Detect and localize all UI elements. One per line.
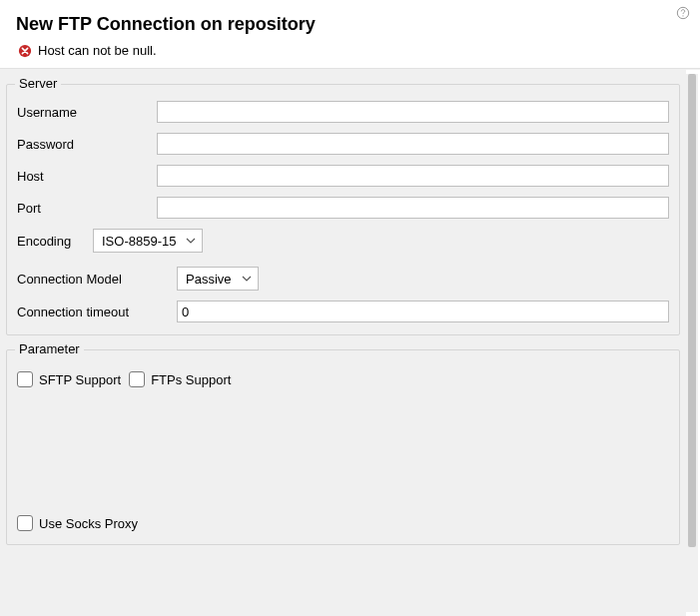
password-label: Password xyxy=(17,137,157,152)
chevron-down-icon xyxy=(242,274,252,284)
connection-model-label: Connection Model xyxy=(17,272,177,287)
encoding-combo[interactable]: ISO-8859-15 xyxy=(93,229,203,253)
server-group-legend: Server xyxy=(15,76,61,91)
row-host: Host xyxy=(17,165,669,187)
vertical-scrollbar[interactable] xyxy=(686,74,698,612)
scrollbar-thumb[interactable] xyxy=(688,74,696,547)
server-group: Server Username Password xyxy=(6,84,680,335)
help-icon[interactable] xyxy=(676,6,690,20)
dialog-error-row: Host can not be null. xyxy=(18,43,684,58)
dialog-header: New FTP Connection on repository Host ca… xyxy=(0,0,700,69)
ftps-support-label: FTPs Support xyxy=(151,372,231,387)
dialog-body: Server Username Password xyxy=(0,69,700,616)
port-label: Port xyxy=(17,201,157,216)
row-encoding: Encoding ISO-8859-15 xyxy=(17,229,669,253)
row-port: Port xyxy=(17,197,669,219)
form-area: Server Username Password xyxy=(0,70,686,616)
row-connection-timeout: Connection timeout xyxy=(17,301,669,322)
username-label: Username xyxy=(17,105,157,120)
dialog-title: New FTP Connection on repository xyxy=(16,14,684,35)
connection-timeout-field[interactable] xyxy=(177,301,669,322)
encoding-combo-value: ISO-8859-15 xyxy=(102,234,176,249)
checkbox-box xyxy=(17,371,33,387)
connection-timeout-label: Connection timeout xyxy=(17,305,177,319)
row-password: Password xyxy=(17,133,669,155)
parameter-group: Parameter SFTP Support FTPs Support xyxy=(6,349,680,545)
dialog-error-text: Host can not be null. xyxy=(38,43,157,58)
host-label: Host xyxy=(17,169,157,184)
checkbox-box xyxy=(17,515,33,531)
username-field[interactable] xyxy=(157,101,669,123)
parameter-group-legend: Parameter xyxy=(15,341,84,356)
connection-model-combo-value: Passive xyxy=(186,272,232,287)
dialog-root: New FTP Connection on repository Host ca… xyxy=(0,0,700,616)
checkbox-box xyxy=(129,371,145,387)
error-icon xyxy=(18,44,32,58)
sftp-support-label: SFTP Support xyxy=(39,372,121,387)
spacer xyxy=(17,390,669,512)
encoding-label: Encoding xyxy=(17,234,93,249)
use-socks-proxy-label: Use Socks Proxy xyxy=(39,516,138,531)
row-username: Username xyxy=(17,101,669,123)
connection-model-combo[interactable]: Passive xyxy=(177,267,259,291)
chevron-down-icon xyxy=(186,236,196,246)
use-socks-proxy-checkbox[interactable]: Use Socks Proxy xyxy=(17,515,138,531)
password-field[interactable] xyxy=(157,133,669,155)
port-field[interactable] xyxy=(157,197,669,219)
row-connection-model: Connection Model Passive xyxy=(17,267,669,291)
svg-point-1 xyxy=(682,15,683,16)
ftps-support-checkbox[interactable]: FTPs Support xyxy=(129,371,231,387)
host-field[interactable] xyxy=(157,165,669,187)
sftp-support-checkbox[interactable]: SFTP Support xyxy=(17,371,121,387)
